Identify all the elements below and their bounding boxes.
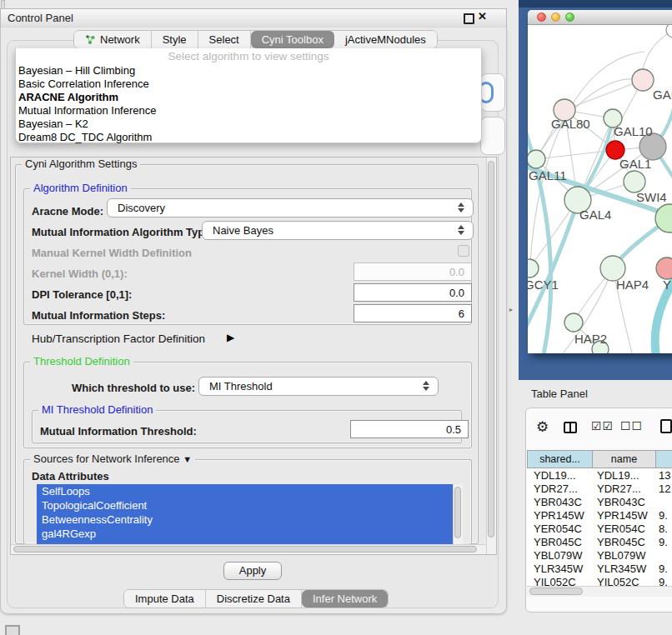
aracne-mode-select[interactable]: Discovery: [107, 198, 474, 218]
mi-type-select[interactable]: Naive Bayes: [202, 221, 474, 240]
network-node[interactable]: [632, 69, 654, 91]
table-cell[interactable]: YIL052C: [597, 576, 655, 586]
network-node[interactable]: [666, 25, 672, 38]
dropdown-item[interactable]: Mutual Information Inference: [18, 104, 156, 117]
kernel-width-field[interactable]: 0.0: [354, 262, 472, 281]
node-label: GAL1: [619, 157, 651, 171]
threshold-definition-title: Threshold Definition: [30, 356, 133, 368]
table-cell[interactable]: YDL19...: [597, 469, 655, 482]
dropdown-item[interactable]: Bayesian – Hill Climbing: [18, 64, 135, 77]
attribute-item[interactable]: gal4RGexp: [37, 527, 453, 541]
table-cell[interactable]: YBL079W: [597, 549, 655, 562]
tab-network[interactable]: Network: [74, 31, 152, 48]
vertical-scrollbar-thumb[interactable]: [488, 161, 494, 538]
which-threshold-label: Which threshold to use:: [72, 382, 195, 394]
which-threshold-select[interactable]: MI Threshold: [198, 377, 439, 396]
table-cell[interactable]: YER054C: [597, 522, 655, 535]
close-icon[interactable]: ✕: [478, 10, 487, 22]
dropdown-item-highlighted[interactable]: ARACNE Algorithm: [18, 91, 118, 103]
tab-impute-data[interactable]: Impute Data: [124, 590, 206, 608]
table-cell[interactable]: 9.: [659, 562, 672, 575]
tab-cyni-toolbox[interactable]: Cyni Toolbox: [251, 31, 334, 48]
tab-jactivemnodules[interactable]: jActiveMNodules: [334, 31, 437, 48]
which-threshold-value: MI Threshold: [209, 378, 273, 395]
column-header-shared-name[interactable]: shared...: [527, 450, 593, 468]
tab-discretize-data[interactable]: Discretize Data: [206, 590, 302, 608]
splitter-collapse-icon[interactable]: ▸: [509, 306, 513, 313]
network-canvas[interactable]: GAL GAL80 GAL10 GAL11 GAL1 SWI4 GAL4 GCY…: [528, 25, 672, 353]
mi-steps-field[interactable]: 6: [354, 304, 472, 322]
table-body: YDL19... YDL19... 13 YDR27... YDR27... 1…: [527, 468, 672, 586]
expand-right-icon[interactable]: ▶: [227, 332, 234, 343]
panel-title: Control Panel: [8, 9, 73, 28]
table-cell[interactable]: 8.: [659, 522, 672, 535]
table-cell[interactable]: YER054C: [534, 522, 592, 535]
hub-section-label[interactable]: Hub/Transcription Factor Definition: [32, 332, 205, 345]
column-layout-icon[interactable]: [564, 422, 577, 433]
table-cell[interactable]: 9.: [659, 576, 672, 586]
column-header-name[interactable]: name: [592, 450, 656, 468]
table-cell[interactable]: 12: [659, 482, 672, 495]
new-document-icon[interactable]: [660, 419, 672, 433]
table-cell[interactable]: YBR043C: [597, 496, 655, 508]
settings-gear-icon[interactable]: ⚙: [536, 418, 549, 436]
aracne-mode-value: Discovery: [118, 199, 165, 217]
table-cell[interactable]: YDL19...: [534, 469, 592, 482]
dpi-tolerance-field[interactable]: 0.0: [354, 283, 472, 302]
column-header-partial[interactable]: [655, 450, 672, 468]
dropdown-item[interactable]: Basic Correlation Inference: [18, 78, 149, 90]
deselect-checkboxes-icon[interactable]: ☐☐: [620, 419, 643, 432]
table-cell[interactable]: YBR045C: [534, 536, 592, 548]
node-label: HAP2: [574, 332, 607, 346]
tab-infer-network[interactable]: Infer Network: [302, 590, 388, 608]
table-cell[interactable]: YLR345W: [597, 562, 655, 575]
table-cell[interactable]: YDR27...: [534, 482, 592, 495]
tab-label: Select: [209, 31, 239, 48]
minimize-traffic-light[interactable]: [551, 12, 560, 22]
table-cell[interactable]: 9.: [659, 536, 672, 548]
node-label: GCY1: [528, 278, 559, 292]
table-cell[interactable]: YLR345W: [534, 562, 592, 575]
mi-steps-label: Mutual Information Steps:: [32, 309, 165, 322]
collapse-down-icon: ▼: [183, 454, 192, 464]
tab-select[interactable]: Select: [198, 31, 251, 48]
table-cell[interactable]: YBR045C: [597, 536, 655, 548]
tab-label: Impute Data: [135, 590, 194, 608]
table-cell[interactable]: YBL079W: [534, 549, 592, 562]
network-node[interactable]: [564, 313, 583, 332]
network-node[interactable]: [656, 258, 672, 279]
network-node[interactable]: [528, 150, 545, 168]
node-label: GAL80: [551, 117, 590, 131]
tab-label: Network: [100, 31, 140, 48]
zoom-traffic-light[interactable]: [565, 12, 574, 22]
apply-button[interactable]: Apply: [223, 562, 282, 580]
mi-threshold-field[interactable]: 0.5: [350, 420, 469, 438]
dropdown-item[interactable]: Bayesian – K2: [18, 118, 88, 130]
table-cell[interactable]: YDR27...: [597, 482, 655, 495]
attribute-item[interactable]: TopologicalCoefficient: [37, 498, 453, 512]
close-traffic-light[interactable]: [537, 12, 546, 22]
network-node[interactable]: [528, 259, 539, 278]
table-horizontal-scrollbar-thumb[interactable]: [529, 588, 583, 595]
sources-group-title[interactable]: Sources for Network Inference ▼: [30, 453, 195, 465]
manual-kernel-checkbox[interactable]: [458, 245, 469, 257]
attribute-item[interactable]: SelfLoops: [37, 484, 453, 498]
node-label: Y: [663, 278, 671, 292]
table-cell[interactable]: YBR043C: [534, 496, 592, 508]
float-window-icon[interactable]: [464, 13, 474, 24]
table-cell[interactable]: 13: [659, 469, 672, 482]
tab-style[interactable]: Style: [152, 31, 198, 48]
horizontal-scrollbar-thumb[interactable]: [13, 546, 477, 552]
data-attributes-list[interactable]: SelfLoops TopologicalCoefficient Between…: [37, 484, 453, 544]
table-cell[interactable]: 9.: [659, 509, 672, 522]
tab-label: Infer Network: [313, 590, 377, 608]
table-cell[interactable]: YPR145W: [597, 509, 655, 522]
table-cell[interactable]: YIL052C: [534, 576, 592, 586]
table-cell[interactable]: YPR145W: [534, 509, 592, 522]
select-all-checkboxes-icon[interactable]: ☑☑: [591, 419, 614, 432]
node-label: GAL10: [614, 124, 653, 138]
dropdown-item[interactable]: Dream8 DC_TDC Algorithm: [18, 131, 152, 143]
collapsed-panel-icon[interactable]: [5, 625, 20, 635]
list-scrollbar-thumb[interactable]: [454, 487, 461, 538]
attribute-item[interactable]: BetweennessCentrality: [37, 512, 453, 527]
